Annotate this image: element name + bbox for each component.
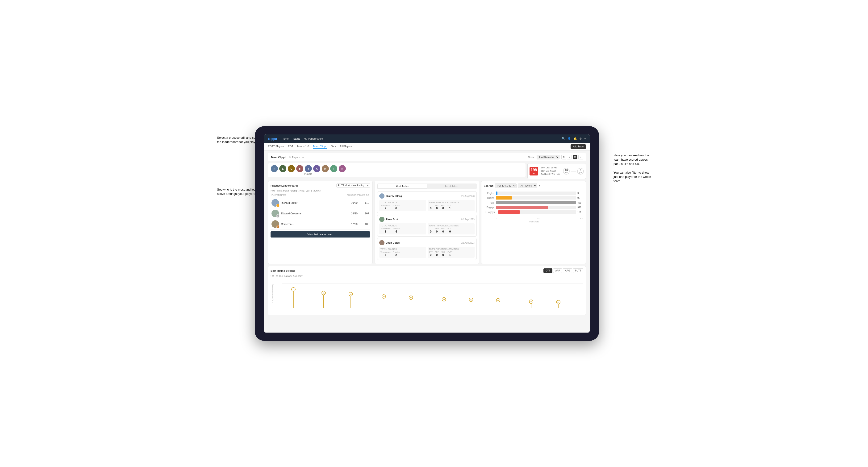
leaderboard-subtitle: PUTT Must Make Putting (3-6 ft), Last 3 … — [271, 189, 370, 192]
edit-icon[interactable]: ✏ — [302, 156, 304, 159]
annotation-top-left: Select a practice drill and see the lead… — [217, 135, 260, 144]
list-view-icon[interactable]: ≡ — [567, 155, 572, 159]
tab-putt[interactable]: PUTT — [573, 269, 583, 273]
streak-dot-line-4 — [384, 299, 384, 308]
streak-dot-label-6: 4x — [442, 297, 446, 302]
scoring-bar-chart: Eagles 3 Birdies — [484, 190, 583, 216]
dbogeys-label: D. Bogeys + — [484, 211, 497, 214]
scoring-header: Scoring Par 3, 4 & 5s Par 3s Par 4s Par … — [484, 184, 583, 188]
streak-dot-3x-2: 3x — [556, 300, 560, 308]
person-icon[interactable]: 👤 — [567, 137, 571, 140]
streak-dot-5x-2: 5x — [409, 295, 413, 308]
table-view-icon[interactable]: ⊟ — [573, 155, 578, 159]
subnav-team-clippd[interactable]: Team Clippd — [313, 145, 327, 149]
bogeys-value: 311 — [578, 206, 583, 209]
show-label: Show: — [528, 156, 535, 158]
shot-distance-value: 198 — [531, 168, 537, 172]
lb-player-1: 1 Richard Butler 19/20 110 — [271, 198, 370, 208]
grid-view-icon[interactable]: ⊞ — [561, 155, 566, 159]
leaderboard-panel: Practice Leaderboards PUTT Must Make Put… — [268, 181, 373, 264]
show-select[interactable]: Last 3 months Last 6 months Last year — [536, 155, 559, 159]
tablet-screen: clippd Home Teams My Performance 🔍 👤 🔔 ⚙… — [264, 134, 590, 333]
nav-teams[interactable]: Teams — [292, 137, 300, 140]
shot-badge-sub: sc — [531, 172, 537, 174]
view-full-leaderboard-button[interactable]: View Full Leaderboard — [271, 231, 370, 238]
avatar-4[interactable]: B — [296, 165, 303, 172]
shot-dist-label: Shot Dist: 16 yds — [541, 166, 560, 169]
lb-avg-2: 107 — [361, 212, 369, 215]
tab-arg[interactable]: ARG — [563, 269, 572, 273]
tab-ott[interactable]: OTT — [544, 269, 552, 273]
avatar-icon[interactable]: ● — [584, 137, 586, 140]
activity-tabs: Most Active Least Active — [377, 184, 477, 189]
pac-header-2: Rees Britt 02 Sep 2023 — [379, 217, 474, 222]
scoring-panel: Scoring Par 3, 4 & 5s Par 3s Par 4s Par … — [481, 181, 586, 264]
shot-circle-connector — [571, 171, 576, 172]
subnav-pgat[interactable]: PGAT Players — [268, 145, 284, 149]
players-row: R E C B J A M T K Players — [268, 163, 526, 177]
baseline — [282, 308, 583, 308]
avatar-6[interactable]: A — [313, 165, 320, 172]
team-controls: Show: Last 3 months Last 6 months Last y… — [528, 155, 583, 159]
nav-home[interactable]: Home — [282, 137, 288, 140]
shot-end-lie: End Lie: In The Hole — [541, 173, 560, 176]
streak-y-label: % A, Fairway Accuracy — [272, 284, 274, 303]
avatar-2[interactable]: E — [279, 165, 286, 172]
search-icon[interactable]: 🔍 — [562, 137, 565, 140]
shot-info-panel: 198 sc Shot Dist: 16 yds Start Lie: Roug… — [527, 163, 586, 179]
pac-date-2: 02 Sep 2023 — [461, 218, 474, 221]
nav-performance[interactable]: My Performance — [304, 137, 323, 140]
leaderboard-filter[interactable]: PUTT Must Make Putting... ▾ — [336, 184, 370, 187]
total-shots-label: Total Shots — [484, 220, 583, 223]
bar-birdies: Birdies 96 — [484, 196, 583, 199]
avatar-7[interactable]: M — [322, 165, 329, 172]
scoring-title: Scoring — [484, 184, 493, 187]
birdies-bar-fill — [496, 196, 512, 199]
streak-dot-label-10: 3x — [556, 300, 560, 304]
shot-details: Shot Dist: 16 yds Start Lie: Rough End L… — [541, 166, 560, 176]
activity-card-2: Rees Britt 02 Sep 2023 Total Rounds Tour — [377, 215, 477, 237]
add-team-button[interactable]: Add Team — [570, 144, 586, 149]
streak-chart: % A, Fairway Accuracy 7x — [282, 280, 583, 313]
pac-player-1: Blair McHarg — [379, 193, 402, 198]
subnav-pga[interactable]: PGA — [288, 145, 293, 149]
streaks-subtitle: Off The Tee, Fairway Accuracy — [271, 275, 583, 277]
pac-avatar-3 — [379, 240, 384, 245]
avatar-9[interactable]: K — [339, 165, 346, 172]
avatar-1[interactable]: R — [271, 165, 278, 172]
settings-icon[interactable]: ⚙ — [579, 137, 582, 140]
view-icons: ⊞ ≡ ⊟ ↕ — [561, 155, 583, 159]
avatars-list: R E C B J A M T K — [271, 165, 346, 172]
streak-dot-label-5: 5x — [409, 295, 413, 300]
least-active-tab[interactable]: Least Active — [427, 184, 476, 188]
subnav-all-players[interactable]: All Players — [340, 145, 352, 149]
scoring-player-filter[interactable]: All Players — [518, 184, 537, 188]
subnav-tour[interactable]: Tour — [331, 145, 336, 149]
pac-stats-3: Total Rounds Tournament 7 Practice — [379, 247, 474, 258]
lb-avg-3: 103 — [361, 223, 369, 225]
pac-avatar-1 — [379, 193, 384, 198]
tab-app[interactable]: APP — [553, 269, 562, 273]
streak-dot-line-7 — [471, 302, 471, 308]
lb-rank-badge-1: 1 — [276, 204, 280, 207]
streak-dot-label-3: 6x — [349, 292, 353, 296]
avatar-8[interactable]: T — [330, 165, 337, 172]
streaks-title: Best Round Streaks — [271, 269, 295, 272]
shot-badge: 198 sc — [530, 167, 538, 176]
avatar-3[interactable]: C — [288, 165, 295, 172]
streak-dot-7x-1: 7x — [291, 287, 296, 308]
nav-logo: clippd — [268, 137, 277, 141]
avatar-5[interactable]: J — [305, 165, 312, 172]
streak-dot-4x-3: 4x — [496, 298, 500, 308]
bell-icon[interactable]: 🔔 — [574, 137, 577, 140]
bogeys-bar-container — [496, 206, 576, 209]
leaderboard-column-headers: PLAYER NAME PB SCORE PB AVG SQ — [271, 194, 370, 196]
sub-nav: PGAT Players PGA Hcaps 1-5 Team Clippd T… — [264, 143, 590, 151]
streak-dot-line-9 — [531, 304, 531, 308]
scoring-par-filter[interactable]: Par 3, 4 & 5s Par 3s Par 4s Par 5s — [495, 184, 517, 188]
most-active-tab[interactable]: Most Active — [378, 184, 427, 188]
birdies-label: Birdies — [484, 197, 494, 199]
streak-dot-4x-2: 4x — [469, 298, 473, 308]
detail-view-icon[interactable]: ↕ — [578, 155, 583, 159]
subnav-hcaps[interactable]: Hcaps 1-5 — [297, 145, 309, 149]
